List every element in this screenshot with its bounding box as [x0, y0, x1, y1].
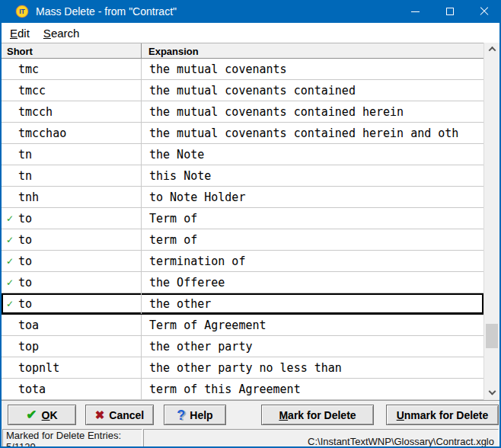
- short-cell: tmc: [2, 59, 142, 79]
- row-marked-check-icon: ✓: [6, 277, 18, 288]
- short-text: to: [18, 276, 32, 290]
- row-marked-check-icon: ✓: [6, 213, 18, 224]
- short-cell: ✓to: [2, 229, 142, 250]
- table-row[interactable]: ✓to Term of: [2, 208, 483, 229]
- row-marked-check-icon: ✓: [6, 299, 18, 309]
- column-header-expansion: Expansion: [142, 43, 483, 58]
- expansion-cell: the other party no less than: [142, 357, 483, 378]
- short-text: tmcchao: [18, 126, 66, 140]
- expansion-text: to Note Holder: [149, 190, 245, 204]
- short-text: to: [18, 212, 32, 226]
- short-text: to: [18, 254, 32, 268]
- expansion-text: Term of: [149, 212, 197, 226]
- table-row[interactable]: tmcc the mutual covenants contained: [2, 80, 483, 101]
- menu-edit[interactable]: Edit: [3, 24, 37, 42]
- vertical-scrollbar[interactable]: [483, 43, 499, 400]
- expansion-text: term of this Agreement: [149, 382, 301, 396]
- ok-button[interactable]: ✔ OK: [8, 405, 76, 425]
- short-text: toa: [18, 318, 39, 332]
- scroll-up-button[interactable]: [484, 43, 499, 56]
- expansion-cell: term of this Agreement: [142, 379, 483, 399]
- window-title: Mass Delete - from "Contract": [36, 5, 398, 18]
- expansion-cell: the Offeree: [142, 272, 483, 293]
- short-cell: toa: [2, 315, 142, 335]
- expansion-text: the mutual covenants: [149, 62, 287, 76]
- expansion-text: Term of Agreement: [149, 318, 266, 332]
- table-row[interactable]: tn this Note: [2, 165, 483, 187]
- short-cell: ✓to: [2, 251, 142, 271]
- expansion-text: term of: [149, 233, 197, 247]
- short-cell: ✓to: [2, 208, 142, 229]
- mark-for-delete-button[interactable]: Mark for Delete: [261, 405, 374, 425]
- table-row[interactable]: ✓to term of: [2, 229, 483, 251]
- question-mark-icon: ?: [177, 408, 185, 422]
- expansion-cell: the Note: [142, 144, 483, 165]
- table-header: Short Expansion: [2, 43, 483, 59]
- scrollbar-track[interactable]: [484, 56, 499, 387]
- expansion-cell: term of: [142, 229, 483, 250]
- expansion-cell: the mutual covenants contained herein an…: [142, 123, 483, 143]
- x-icon: ✖: [95, 409, 105, 421]
- table-row[interactable]: tmcchao the mutual covenants contained h…: [2, 123, 483, 144]
- row-marked-check-icon: ✓: [6, 235, 18, 245]
- short-cell: tota: [2, 379, 142, 399]
- short-text: tn: [18, 169, 32, 183]
- unmark-for-delete-button[interactable]: Unmark for Delete: [386, 405, 499, 425]
- short-text: tn: [18, 148, 32, 162]
- minimize-icon: [411, 11, 420, 12]
- short-cell: tn: [2, 165, 142, 186]
- mass-delete-dialog: IT Mass Delete - from "Contract" Edit Se…: [0, 0, 501, 448]
- expansion-cell: Term of: [142, 208, 483, 229]
- table-row[interactable]: tmcch the mutual covenants contained her…: [2, 101, 483, 123]
- maximize-button[interactable]: [432, 0, 467, 23]
- table-row[interactable]: ✓to termination of: [2, 251, 483, 272]
- status-file-path: C:\InstantTextWNP\Glossary\Contract.xglo: [143, 429, 499, 448]
- expansion-text: this Note: [149, 169, 211, 183]
- title-bar: IT Mass Delete - from "Contract": [0, 0, 501, 23]
- table-row[interactable]: tnh to Note Holder: [2, 187, 483, 208]
- table-row[interactable]: tn the Note: [2, 144, 483, 165]
- minimize-button[interactable]: [398, 0, 432, 23]
- status-bar: Marked for Delete Entries: 5/1129 C:\Ins…: [2, 428, 499, 448]
- chevron-down-icon: [488, 388, 496, 395]
- cancel-button[interactable]: ✖ Cancel: [85, 405, 154, 425]
- close-button[interactable]: [467, 0, 501, 23]
- close-icon: [479, 6, 490, 17]
- expansion-text: the other party no less than: [149, 361, 342, 375]
- expansion-text: the mutual covenants contained herein: [149, 105, 404, 119]
- check-icon: ✔: [26, 408, 37, 421]
- short-cell: topnlt: [2, 357, 142, 378]
- short-cell: ✓to: [2, 272, 142, 293]
- short-text: tmcc: [18, 84, 46, 98]
- maximize-icon: [446, 8, 454, 15]
- help-button[interactable]: ? Help: [164, 405, 226, 425]
- expansion-text: the Note: [149, 148, 204, 162]
- menu-bar: Edit Search: [2, 23, 499, 43]
- short-text: tmc: [18, 62, 39, 76]
- short-cell: top: [2, 336, 142, 357]
- table-row[interactable]: tmc the mutual covenants: [2, 59, 483, 80]
- short-text: top: [18, 340, 39, 354]
- glossary-table: Short Expansion tmc the mutual covenants…: [2, 43, 499, 400]
- expansion-cell: to Note Holder: [142, 187, 483, 207]
- column-header-short: Short: [2, 43, 142, 58]
- table-row-selected[interactable]: ✓to the other: [2, 293, 483, 315]
- expansion-text: the mutual covenants contained: [149, 84, 356, 98]
- scroll-down-button[interactable]: [484, 387, 499, 400]
- table-row[interactable]: top the other party: [2, 336, 483, 357]
- table-row[interactable]: ✓to the Offeree: [2, 272, 483, 293]
- menu-search[interactable]: Search: [37, 24, 87, 42]
- expansion-text: the other party: [149, 340, 252, 354]
- scrollbar-thumb[interactable]: [486, 324, 498, 348]
- table-row[interactable]: topnlt the other party no less than: [2, 357, 483, 379]
- expansion-cell: termination of: [142, 251, 483, 271]
- expansion-text: termination of: [149, 254, 245, 268]
- expansion-cell: the other party: [142, 336, 483, 357]
- table-row[interactable]: toa Term of Agreement: [2, 315, 483, 336]
- table-row[interactable]: tota term of this Agreement: [2, 379, 483, 400]
- button-bar: ✔ OK ✖ Cancel ? Help Mark for Delete Unm…: [2, 400, 499, 428]
- expansion-cell: Term of Agreement: [142, 315, 483, 335]
- short-cell: tmcc: [2, 80, 142, 101]
- short-text: tmcch: [18, 105, 53, 119]
- status-marked-count: Marked for Delete Entries: 5/1129: [2, 429, 142, 448]
